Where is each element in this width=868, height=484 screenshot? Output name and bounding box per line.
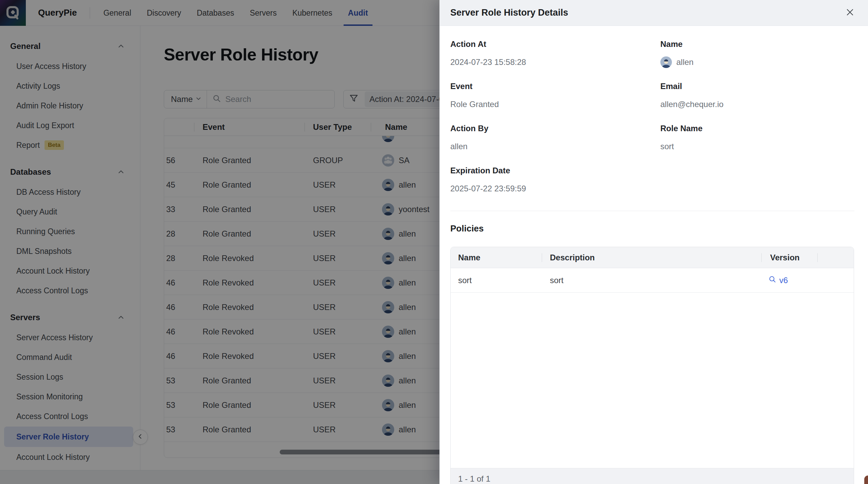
field-label: Expiration Date [450,166,660,175]
detail-field-name: Nameallen [660,39,854,68]
field-value: Role Granted [450,99,660,110]
detail-field-event: EventRole Granted [450,82,660,110]
policies-table: Name Description Version sortsortv6 1 - … [450,247,854,484]
details-drawer: Server Role History Details Action At202… [439,0,868,484]
field-label: Action By [450,124,660,133]
detail-field-expiration-date: Expiration Date2025-07-22 23:59:59 [450,166,660,194]
detail-field-role-name: Role Namesort [660,124,854,152]
policies-pagination: 1 - 1 of 1 [451,468,854,484]
field-label: Name [660,39,854,49]
field-value: allen@chequer.io [660,99,854,110]
policies-empty-area [451,293,854,468]
policies-table-body: sortsortv6 [451,268,854,293]
field-value: 2024-07-23 15:58:28 [450,56,660,68]
detail-field-action-at: Action At2024-07-23 15:58:28 [450,39,660,68]
field-value-text: 2025-07-22 23:59:59 [450,184,526,193]
window-corner-artifact [864,476,868,484]
field-value-text: sort [660,142,674,151]
section-divider [450,211,854,211]
policies-heading: Policies [450,223,868,234]
field-value: allen [450,141,660,152]
field-label: Event [450,82,660,91]
field-value: allen [660,56,854,68]
policy-row[interactable]: sortsortv6 [451,268,854,293]
drawer-header: Server Role History Details [440,0,868,26]
field-value-text: allen [676,57,694,67]
policy-column-version[interactable]: Version [770,247,800,268]
field-value-text: allen [450,142,468,151]
policies-table-header: Name Description Version [451,247,854,268]
user-avatar [660,56,672,68]
detail-field-email: Emailallen@chequer.io [660,82,854,110]
field-value: 2025-07-22 23:59:59 [450,183,660,194]
close-icon [845,7,855,18]
field-value-text: Role Granted [450,100,499,109]
policy-column-name[interactable]: Name [458,247,480,268]
detail-field-action-by: Action Byallen [450,124,660,152]
search-icon [768,275,777,286]
field-value-text: 2024-07-23 15:58:28 [450,57,526,67]
detail-fields: Action At2024-07-23 15:58:28NameallenEve… [440,26,868,208]
policy-description: sort [550,268,563,293]
policy-name: sort [458,268,472,293]
field-value-text: allen@chequer.io [660,100,724,109]
policy-version-text: v6 [779,276,788,285]
close-button[interactable] [844,6,856,19]
field-value: sort [660,141,854,152]
policy-version-link[interactable]: v6 [768,268,788,293]
policy-column-description[interactable]: Description [550,247,595,268]
modal-dim-overlay[interactable] [0,0,439,484]
field-label: Action At [450,39,660,49]
field-label: Email [660,82,854,91]
drawer-title: Server Role History Details [450,7,568,18]
field-label: Role Name [660,124,854,133]
